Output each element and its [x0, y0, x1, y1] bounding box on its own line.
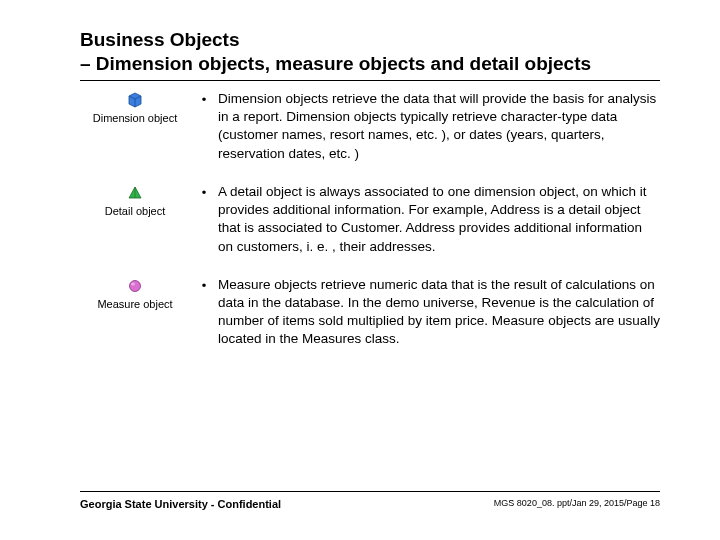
slide-title: Business Objects – Dimension objects, me… [80, 28, 660, 81]
title-line2: – Dimension objects, measure objects and… [80, 53, 591, 74]
icon-label: Measure object [97, 298, 172, 310]
footer-right: MGS 8020_08. ppt/Jan 29, 2015/Page 18 [494, 498, 660, 508]
icon-column: Detail object [80, 183, 190, 217]
list-item: Measure object • Measure objects retriev… [80, 276, 660, 349]
detail-object-icon-group: Detail object [80, 185, 190, 217]
svg-point-5 [131, 282, 135, 285]
item-text: A detail object is always associated to … [218, 183, 660, 256]
title-line1: Business Objects [80, 29, 239, 50]
measure-object-icon-group: Measure object [80, 278, 190, 310]
item-text: Dimension objects retrieve the data that… [218, 90, 660, 163]
bullet: • [190, 183, 218, 200]
footer-left: Georgia State University - Confidential [80, 498, 281, 510]
item-text: Measure objects retrieve numeric data th… [218, 276, 660, 349]
measure-sphere-icon [127, 278, 143, 294]
svg-point-4 [130, 280, 141, 291]
bullet: • [190, 276, 218, 293]
icon-column: Measure object [80, 276, 190, 310]
footer: Georgia State University - Confidential … [80, 491, 660, 510]
list-item: Dimension object • Dimension objects ret… [80, 90, 660, 163]
list-item: Detail object • A detail object is alway… [80, 183, 660, 256]
icon-label: Dimension object [93, 112, 177, 124]
dimension-cube-icon [127, 92, 143, 108]
bullet: • [190, 90, 218, 107]
detail-pyramid-icon [127, 185, 143, 201]
icon-column: Dimension object [80, 90, 190, 124]
icon-label: Detail object [105, 205, 166, 217]
content-area: Dimension object • Dimension objects ret… [80, 90, 660, 369]
dimension-object-icon-group: Dimension object [80, 92, 190, 124]
slide: Business Objects – Dimension objects, me… [0, 0, 720, 540]
